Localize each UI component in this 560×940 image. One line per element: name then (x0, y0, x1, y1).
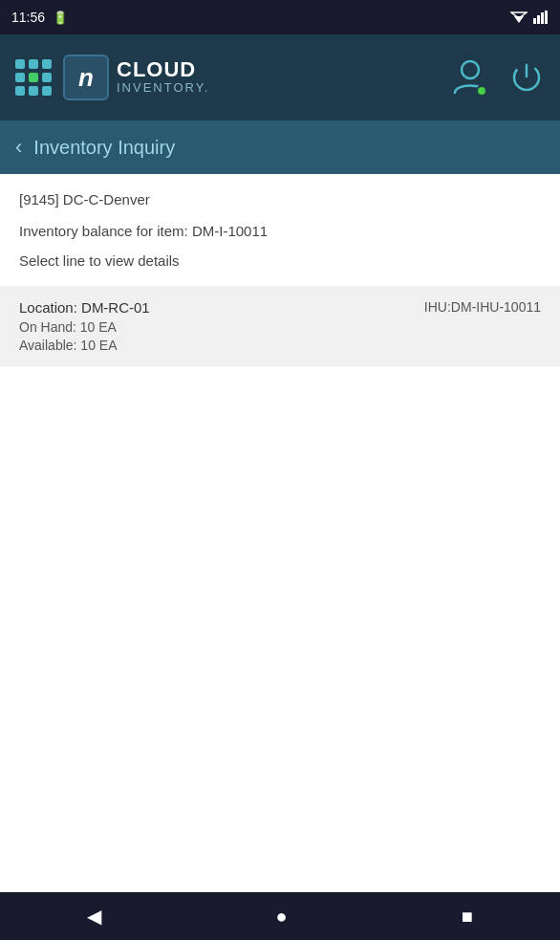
brand-text: CLOUD INVENTORY. (117, 59, 209, 96)
bottom-nav: ◀ ● ■ (0, 892, 560, 940)
recents-nav-button[interactable]: ■ (462, 906, 473, 928)
battery-icon: 🔋 (53, 11, 68, 25)
top-nav: n CLOUD INVENTORY. (0, 34, 560, 120)
svg-rect-4 (541, 12, 544, 24)
svg-rect-3 (537, 15, 540, 24)
back-button[interactable]: ‹ (15, 135, 22, 160)
status-bar-right (510, 11, 549, 24)
inventory-row-top: Location: DM-RC-01 IHU:DM-IHU-10011 (19, 299, 541, 316)
back-nav-button[interactable]: ◀ (87, 905, 101, 928)
svg-marker-0 (514, 16, 524, 23)
location-text: Location: DM-RC-01 (19, 299, 150, 316)
home-nav-button[interactable]: ● (275, 906, 287, 928)
brand-name: CLOUD (117, 59, 209, 80)
inventory-row[interactable]: Location: DM-RC-01 IHU:DM-IHU-10011 On H… (0, 286, 560, 366)
content-info: [9145] DC-C-Denver Inventory balance for… (0, 174, 560, 276)
page-title: Inventory Inquiry (33, 137, 175, 159)
available-text: Available: 10 EA (19, 338, 541, 353)
brand-sub: INVENTORY. (117, 80, 209, 96)
on-hand-text: On Hand: 10 EA (19, 319, 541, 335)
status-bar: 11:56 🔋 (0, 0, 560, 34)
header-bar: ‹ Inventory Inquiry (0, 120, 560, 174)
content: [9145] DC-C-Denver Inventory balance for… (0, 174, 560, 366)
power-icon[interactable] (508, 59, 545, 96)
logo-letter: n (78, 63, 94, 93)
status-bar-left: 11:56 🔋 (11, 10, 68, 25)
user-icon-wrap[interactable] (451, 56, 489, 98)
svg-marker-1 (511, 12, 527, 18)
svg-rect-5 (545, 11, 548, 24)
site-label: [9145] DC-C-Denver (19, 191, 541, 208)
signal-icon (533, 11, 549, 24)
grid-menu-icon[interactable] (15, 59, 52, 96)
nav-right (451, 56, 545, 98)
wifi-icon (510, 11, 528, 24)
item-label: Inventory balance for item: DM-I-10011 (19, 223, 541, 239)
svg-rect-2 (533, 18, 536, 24)
user-status-dot (476, 85, 487, 97)
status-time: 11:56 (11, 10, 45, 25)
instruction-label: Select line to view details (19, 252, 541, 269)
nav-left: n CLOUD INVENTORY. (15, 55, 209, 100)
svg-point-6 (462, 61, 479, 78)
brand-logo: n CLOUD INVENTORY. (63, 55, 209, 100)
ihu-text: IHU:DM-IHU-10011 (424, 299, 541, 315)
logo-box: n (63, 55, 109, 100)
